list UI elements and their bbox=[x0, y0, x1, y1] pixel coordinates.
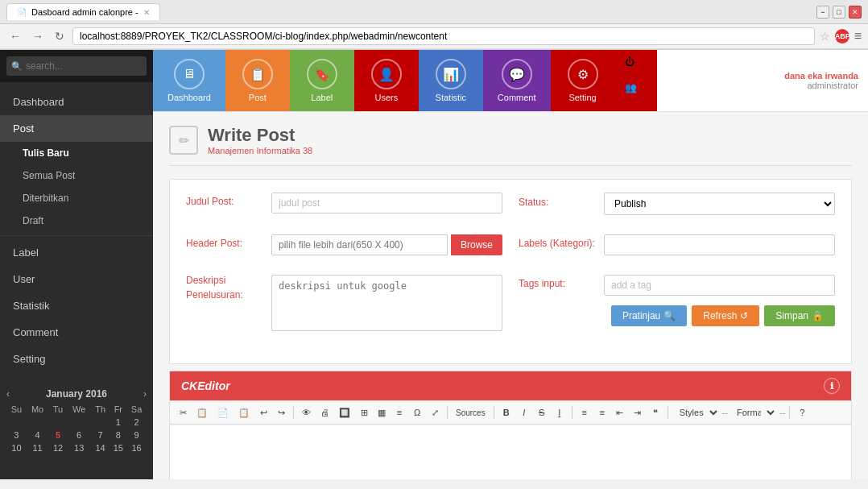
ck-strikethrough[interactable]: S bbox=[534, 405, 550, 420]
sidebar-item-semua-post[interactable]: Semua Post bbox=[0, 164, 153, 187]
nav-icon-label[interactable]: 🔖 Label bbox=[290, 50, 354, 111]
sidebar-item-dashboard[interactable]: Dashboard bbox=[0, 89, 153, 115]
save-button[interactable]: Simpan 🔒 bbox=[764, 305, 835, 326]
ck-styles-arrow: -- bbox=[722, 408, 728, 417]
ck-omega[interactable]: Ω bbox=[409, 405, 425, 420]
ck-table[interactable]: ⊞ bbox=[356, 405, 372, 421]
ck-print[interactable]: 🖨 bbox=[316, 405, 333, 420]
back-button[interactable]: ← bbox=[6, 28, 24, 44]
ck-resize[interactable]: ⤢ bbox=[427, 405, 443, 421]
ck-redo[interactable]: ↪ bbox=[273, 405, 289, 421]
sidebar-item-tulis-baru[interactable]: Tulis Baru bbox=[0, 142, 153, 164]
sidebar-item-setting[interactable]: Setting bbox=[0, 346, 153, 372]
ck-paste[interactable]: 📄 bbox=[213, 405, 233, 421]
calendar-day[interactable]: 2 bbox=[126, 416, 147, 429]
ck-outdent[interactable]: ⇤ bbox=[612, 405, 628, 421]
page-body: ✏ Write Post Manajemen Informatika 38 Ju… bbox=[153, 112, 868, 479]
calendar-day[interactable]: 4 bbox=[27, 429, 48, 441]
ck-copy[interactable]: 📋 bbox=[192, 405, 212, 421]
ck-list[interactable]: ≡ bbox=[391, 405, 407, 420]
calendar-day[interactable]: 14 bbox=[91, 441, 110, 454]
tags-input[interactable] bbox=[604, 275, 835, 296]
ck-format-select[interactable]: Format bbox=[730, 404, 778, 421]
judul-post-input[interactable] bbox=[271, 193, 502, 213]
nav-icon-dashboard[interactable]: 🖥 Dashboard bbox=[153, 50, 225, 111]
ck-preview[interactable]: 👁 bbox=[298, 405, 315, 420]
file-input[interactable] bbox=[271, 234, 448, 255]
nav-icon-comment[interactable]: 💬 Comment bbox=[483, 50, 551, 111]
deskripsi-textarea[interactable] bbox=[271, 275, 502, 331]
calendar-day[interactable]: 11 bbox=[27, 441, 48, 454]
reload-button[interactable]: ↻ bbox=[52, 28, 68, 44]
calendar-day[interactable]: 16 bbox=[126, 441, 147, 454]
ck-styles-select[interactable]: Styles bbox=[672, 404, 721, 421]
sidebar-item-diterbitkan[interactable]: Diterbitkan bbox=[0, 187, 153, 209]
search-wrapper: 🔍 bbox=[6, 56, 147, 76]
address-bar[interactable] bbox=[72, 27, 815, 45]
close-button[interactable]: ✕ bbox=[849, 6, 862, 19]
calendar-day[interactable]: 10 bbox=[6, 441, 27, 454]
ckeditor-section: CKEditor ℹ ✂ 📋 📄 📋 ↩ ↪ 👁 🖨 🔲 ⊞ ▦ ≡ bbox=[169, 371, 852, 479]
sidebar-item-draft[interactable]: Draft bbox=[0, 209, 153, 232]
labels-input[interactable] bbox=[604, 234, 835, 255]
nav-icon-extra-area: ⏻ 👥 bbox=[615, 50, 657, 111]
calendar-day[interactable]: 3 bbox=[6, 429, 27, 441]
ck-help[interactable]: ? bbox=[794, 405, 810, 420]
bookmark-button[interactable]: ☆ bbox=[820, 30, 830, 43]
ck-source[interactable]: Sources bbox=[452, 406, 490, 420]
ck-templates[interactable]: 🔲 bbox=[335, 405, 354, 421]
calendar-day[interactable]: 1 bbox=[110, 416, 126, 429]
ckeditor-body[interactable] bbox=[170, 425, 851, 479]
calendar-day[interactable]: 12 bbox=[48, 441, 67, 454]
ck-table2[interactable]: ▦ bbox=[374, 405, 390, 421]
ck-blockquote[interactable]: ❝ bbox=[647, 405, 663, 421]
browse-button[interactable]: Browse bbox=[451, 234, 502, 255]
ck-format-arrow: -- bbox=[779, 408, 785, 417]
nav-icon-statistic[interactable]: 📊 Statistic bbox=[419, 50, 483, 111]
form-left-3: Deskripsi Penelusuran: bbox=[186, 275, 502, 341]
calendar-day[interactable]: 5 bbox=[48, 429, 67, 441]
calendar-day[interactable]: 13 bbox=[68, 441, 91, 454]
refresh-button[interactable]: Refresh ↺ bbox=[692, 305, 759, 326]
ck-orderedlist[interactable]: ≡ bbox=[577, 405, 593, 420]
forward-button[interactable]: → bbox=[29, 28, 47, 44]
search-input[interactable] bbox=[6, 56, 147, 76]
setting-icon-circle: ⚙ bbox=[568, 59, 598, 89]
sidebar-item-comment[interactable]: Comment bbox=[0, 319, 153, 346]
nav-icon-post[interactable]: 📋 Post bbox=[225, 50, 290, 111]
ck-bold[interactable]: B bbox=[498, 405, 515, 420]
ck-unorderedlist[interactable]: ≡ bbox=[594, 405, 610, 420]
ck-indent[interactable]: ⇥ bbox=[630, 405, 646, 421]
cal-day-sa: Sa bbox=[126, 403, 147, 416]
status-select[interactable]: Publish Draft bbox=[604, 193, 835, 215]
ck-undo[interactable]: ↩ bbox=[255, 405, 271, 421]
ck-italic[interactable]: I bbox=[516, 405, 532, 420]
extra-icon[interactable]: 👥 bbox=[625, 82, 647, 105]
sidebar-item-statistik[interactable]: Statistik bbox=[0, 292, 153, 319]
ck-cut[interactable]: ✂ bbox=[175, 405, 191, 421]
calendar-day[interactable]: 15 bbox=[110, 441, 126, 454]
sidebar-item-user[interactable]: User bbox=[0, 266, 153, 292]
calendar-day[interactable]: 8 bbox=[110, 429, 126, 441]
minimize-button[interactable]: − bbox=[816, 6, 829, 19]
tab-close-button[interactable]: ✕ bbox=[143, 8, 150, 17]
preview-button[interactable]: Pratinjau 🔍 bbox=[611, 305, 687, 326]
browser-tab[interactable]: 📄 Dasboard admin calonpre - ✕ bbox=[6, 3, 160, 20]
maximize-button[interactable]: □ bbox=[833, 6, 845, 19]
nav-icon-setting[interactable]: ⚙ Setting bbox=[551, 50, 615, 111]
sidebar-item-label[interactable]: Label bbox=[0, 239, 153, 266]
calendar-day[interactable]: 6 bbox=[68, 429, 91, 441]
calendar-next-button[interactable]: › bbox=[143, 388, 147, 400]
nav-icon-users[interactable]: 👤 Users bbox=[354, 50, 419, 111]
ck-paste2[interactable]: 📋 bbox=[234, 405, 254, 421]
sidebar-item-post[interactable]: Post bbox=[0, 115, 153, 142]
calendar-prev-button[interactable]: ‹ bbox=[6, 388, 10, 400]
calendar-day[interactable]: 7 bbox=[91, 429, 110, 441]
ck-underline[interactable]: I bbox=[552, 405, 568, 420]
user-role: administrator bbox=[784, 81, 858, 90]
power-icon[interactable]: ⏻ bbox=[625, 56, 647, 79]
calendar-day[interactable]: 9 bbox=[126, 429, 147, 441]
adblock-button[interactable]: ABP bbox=[835, 29, 849, 44]
browser-menu-button[interactable]: ≡ bbox=[854, 29, 862, 44]
save-label: Simpan bbox=[775, 310, 808, 321]
